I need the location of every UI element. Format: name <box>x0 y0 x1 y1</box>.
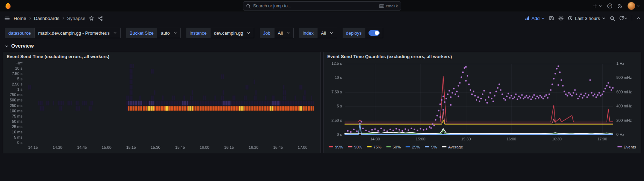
datasource-value: matrix.dev.campin.gg - Prometheus <box>38 30 109 36</box>
time-range-picker[interactable]: Last 3 hours <box>568 16 606 21</box>
variable-instance: instance dev.campin.gg <box>186 28 254 38</box>
save-icon <box>549 16 554 21</box>
chevron-up-icon <box>636 16 641 20</box>
collapse-topbar-button[interactable] <box>636 16 641 20</box>
job-label: Job <box>260 28 274 38</box>
toggle-knob <box>375 31 379 35</box>
legend-marker <box>329 146 333 148</box>
chevron-down-icon <box>173 31 177 35</box>
legend-label: 99% <box>335 145 343 149</box>
topbar-actions: ? <box>593 2 640 10</box>
grafana-logo-icon[interactable] <box>4 2 12 10</box>
chevron-down-icon <box>330 31 333 35</box>
favorite-button[interactable] <box>89 16 94 21</box>
deploys-toggle[interactable] <box>368 30 380 36</box>
refresh-icon <box>619 16 624 21</box>
panel-event-send-time-quantiles: Event Send Time Quantiles (excluding err… <box>323 52 641 153</box>
legend-item-5-[interactable]: 5% <box>425 145 437 149</box>
heatmap-chart[interactable] <box>7 61 317 151</box>
chevron-right-icon <box>62 16 65 20</box>
legend-item-50-[interactable]: 50% <box>386 145 401 149</box>
rss-icon <box>617 3 623 8</box>
new-button[interactable] <box>593 4 602 8</box>
profile-button[interactable] <box>628 2 640 10</box>
breadcrumb-dashboards[interactable]: Dashboards <box>34 16 59 21</box>
panel-event-send-time: Event Send Time (excluding errors, all w… <box>3 52 321 153</box>
row-overview[interactable]: Overview <box>0 41 644 52</box>
instance-value: dev.campin.gg <box>214 30 243 36</box>
dashboard-toolbar: Home Dashboards Synapse Add Last 3 hours <box>0 12 644 25</box>
gear-icon <box>558 16 564 21</box>
time-range-label: Last 3 hours <box>575 16 600 21</box>
legend-marker <box>348 146 352 148</box>
save-button[interactable] <box>549 16 554 21</box>
breadcrumb: Home Dashboards Synapse <box>14 16 85 21</box>
legend-label: 50% <box>393 145 401 149</box>
legend-item-99-[interactable]: 99% <box>329 145 343 149</box>
legend-item-75-[interactable]: 75% <box>367 145 381 149</box>
datasource-select[interactable]: matrix.dev.campin.gg - Prometheus <box>34 28 120 38</box>
panel-title[interactable]: Event Send Time (excluding errors, all w… <box>7 54 317 60</box>
legend-marker <box>367 146 372 148</box>
top-bar: cmd+k ? <box>0 0 644 12</box>
search-box[interactable]: cmd+k <box>243 1 401 11</box>
settings-button[interactable] <box>558 16 564 21</box>
shortcut-hint: cmd+k <box>379 4 398 8</box>
legend-label: Events <box>624 145 636 149</box>
breadcrumb-current: Synapse <box>67 16 86 21</box>
legend-item-25-[interactable]: 25% <box>406 145 420 149</box>
instance-select[interactable]: dev.campin.gg <box>210 28 254 38</box>
job-select[interactable]: All <box>274 28 294 38</box>
menu-button[interactable] <box>4 15 10 21</box>
chevron-down-icon <box>624 16 628 20</box>
variable-bucket-size: Bucket Size auto <box>126 28 181 38</box>
breadcrumb-home[interactable]: Home <box>14 16 26 21</box>
chevron-down-icon <box>636 4 640 8</box>
news-button[interactable] <box>617 3 623 8</box>
help-button[interactable]: ? <box>607 3 613 9</box>
legend-marker <box>386 146 391 148</box>
chevron-down-icon <box>541 16 545 20</box>
refresh-button[interactable] <box>619 16 628 21</box>
chevron-right-icon <box>28 16 32 20</box>
legend-label: 90% <box>354 145 362 149</box>
legend-marker <box>425 146 429 148</box>
bar-chart-icon <box>525 16 530 21</box>
chevron-down-icon <box>247 31 250 35</box>
quantiles-legend-left: 99%90%75%50%25%5%Average <box>329 145 463 149</box>
variables-bar: datasource matrix.dev.campin.gg - Promet… <box>0 25 644 41</box>
index-select[interactable]: All <box>317 28 337 38</box>
legend-label: 75% <box>373 145 381 149</box>
search-input[interactable] <box>253 4 377 8</box>
panel-row: Event Send Time (excluding errors, all w… <box>0 52 644 153</box>
legend-item-average[interactable]: Average <box>442 145 463 149</box>
add-label: Add <box>531 16 539 21</box>
add-panel-button[interactable]: Add <box>525 16 545 21</box>
search-icon <box>246 4 251 8</box>
zoom-out-button[interactable] <box>610 16 615 21</box>
instance-label: instance <box>186 28 210 38</box>
legend-item-events[interactable]: Events <box>617 145 636 149</box>
quantiles-chart[interactable] <box>327 61 637 142</box>
legend-item-90-[interactable]: 90% <box>348 145 362 149</box>
index-label: index <box>299 28 317 38</box>
share-icon <box>98 16 103 21</box>
chevron-down-icon <box>602 16 606 20</box>
clock-icon <box>568 16 573 21</box>
bucket-size-label: Bucket Size <box>126 28 157 38</box>
chevron-down-icon <box>5 44 9 48</box>
bucket-size-value: auto <box>161 30 170 36</box>
avatar <box>628 2 635 10</box>
chevron-down-icon <box>286 31 290 35</box>
index-value: All <box>321 30 326 36</box>
datasource-label: datasource <box>5 28 34 38</box>
keyboard-icon <box>379 4 384 8</box>
hamburger-icon <box>4 15 10 21</box>
panel-title[interactable]: Event Send Time Quantiles (excluding err… <box>327 54 637 60</box>
bucket-size-select[interactable]: auto <box>157 28 180 38</box>
quantiles-legend-right: Events <box>617 145 636 149</box>
star-icon <box>89 16 94 21</box>
job-value: All <box>278 30 283 36</box>
share-button[interactable] <box>98 16 103 21</box>
legend-marker <box>406 146 410 148</box>
